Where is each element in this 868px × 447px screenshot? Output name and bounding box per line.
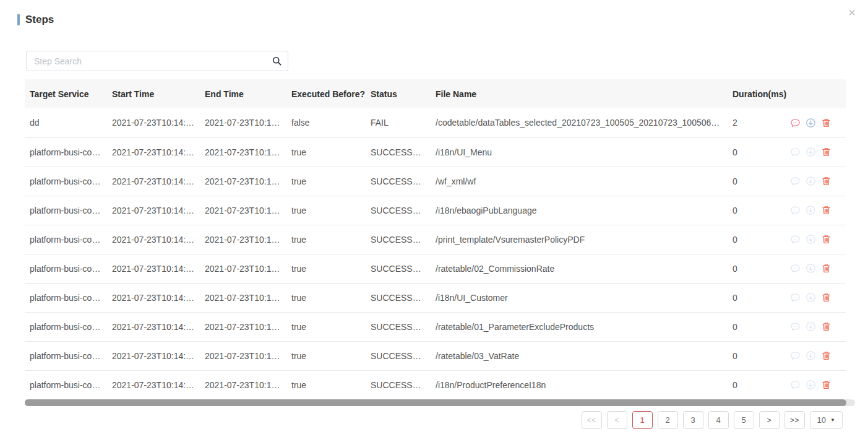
title-accent-bar [17,14,20,25]
cell-actions [786,254,846,283]
first-page-button[interactable]: << [582,411,602,429]
comment-icon[interactable] [790,263,801,274]
page-button[interactable]: 1 [632,411,653,429]
page-button[interactable]: 4 [708,411,729,429]
cell-file-name: /codetable/dataTables_selected_20210723_… [431,108,728,137]
page-size-select[interactable]: 10 ▼ [810,411,843,429]
comment-icon[interactable] [790,292,801,303]
cell-status: SUCCESSFUL [366,341,431,370]
cell-executed-before: true [286,370,366,399]
download-icon[interactable] [806,350,816,361]
page-button[interactable]: 5 [734,411,754,429]
comment-icon[interactable] [790,118,801,128]
delete-icon[interactable] [821,234,831,245]
cell-target-service: platform-busi-config [25,370,107,399]
cell-duration: 0 [728,312,786,341]
search-input[interactable] [27,56,265,66]
delete-icon[interactable] [821,118,831,128]
download-icon[interactable] [806,234,816,245]
cell-file-name: /ratetable/01_ParameterExcludeProducts [431,312,728,341]
cell-duration: 0 [728,196,786,225]
horizontal-scrollbar-track[interactable] [25,399,855,406]
cell-file-name: /i18n/ebaogiPubLanguage [431,196,728,225]
table-row: platform-busi-config 2021-07-23T10:14:09… [25,225,846,254]
horizontal-scrollbar-thumb[interactable] [25,399,846,406]
title-row: Steps [17,14,54,26]
search-icon[interactable] [265,51,288,71]
comment-icon[interactable] [790,234,801,245]
next-page-button[interactable]: > [759,411,780,429]
cell-actions [786,283,846,312]
table-row: platform-busi-config 2021-07-23T10:14:09… [25,196,846,225]
cell-file-name: /i18n/UI_Menu [431,137,728,167]
cell-executed-before: true [286,312,366,341]
cell-target-service: platform-busi-config [25,196,107,225]
download-icon[interactable] [806,118,816,128]
comment-icon[interactable] [790,321,801,332]
delete-icon[interactable] [821,380,831,390]
cell-status: SUCCESSFUL [366,283,431,312]
cell-executed-before: true [286,137,366,167]
cell-end-time: 2021-07-23T10:14:09 [200,370,286,399]
pagination: << < 12345 > >> 10 ▼ [577,411,843,429]
cell-target-service: platform-busi-config [25,341,107,370]
comment-icon[interactable] [790,176,801,186]
table-row: dd 2021-07-23T10:14:09 2021-07-23T10:14:… [25,108,846,137]
download-icon[interactable] [806,176,816,186]
cell-status: SUCCESSFUL [366,254,431,283]
cell-duration: 0 [728,341,786,370]
column-header: Duration(ms) [728,79,786,108]
steps-table: Target ServiceStart TimeEnd TimeExecuted… [25,79,846,400]
page-button[interactable]: 2 [658,411,678,429]
cell-duration: 0 [728,225,786,254]
table-row: platform-busi-config 2021-07-23T10:14:09… [25,312,846,341]
cell-status: SUCCESSFUL [366,167,431,196]
dropdown-arrow-icon: ▼ [830,418,835,423]
table-row: platform-busi-config 2021-07-23T10:14:09… [25,283,846,312]
cell-end-time: 2021-07-23T10:14:09 [200,137,286,167]
delete-icon[interactable] [821,263,831,274]
cell-status: SUCCESSFUL [366,137,431,167]
delete-icon[interactable] [821,350,831,361]
column-header: File Name [431,79,728,108]
delete-icon[interactable] [821,147,831,157]
cell-start-time: 2021-07-23T10:14:09 [107,254,200,283]
table-row: platform-busi-config 2021-07-23T10:14:09… [25,370,846,399]
cell-actions [786,341,846,370]
comment-icon[interactable] [790,380,801,390]
cell-duration: 0 [728,254,786,283]
close-icon[interactable]: × [848,6,856,19]
cell-target-service: platform-busi-config [25,254,107,283]
cell-duration: 0 [728,167,786,196]
page-button[interactable]: 3 [683,411,703,429]
page-size-value: 10 [817,412,826,428]
cell-executed-before: false [286,108,366,137]
cell-target-service: platform-busi-config [25,137,107,167]
cell-file-name: /ratetable/03_VatRate [431,341,728,370]
comment-icon[interactable] [790,147,801,157]
cell-start-time: 2021-07-23T10:14:09 [107,225,200,254]
column-header: Executed Before? [286,79,366,108]
download-icon[interactable] [806,321,816,332]
delete-icon[interactable] [821,321,831,332]
table-body: dd 2021-07-23T10:14:09 2021-07-23T10:14:… [25,108,846,399]
download-icon[interactable] [806,380,816,390]
cell-target-service: platform-busi-config [25,167,107,196]
download-icon[interactable] [806,263,816,274]
cell-target-service: platform-busi-config [25,283,107,312]
comment-icon[interactable] [790,205,801,215]
prev-page-button[interactable]: < [607,411,627,429]
delete-icon[interactable] [821,176,831,186]
download-icon[interactable] [806,147,816,157]
delete-icon[interactable] [821,205,831,215]
download-icon[interactable] [806,292,816,303]
comment-icon[interactable] [790,350,801,361]
column-header: End Time [200,79,286,108]
download-icon[interactable] [806,205,816,215]
cell-actions [786,137,846,167]
delete-icon[interactable] [821,292,831,303]
cell-actions [786,370,846,399]
cell-actions [786,225,846,254]
last-page-button[interactable]: >> [784,411,805,429]
column-header: Status [366,79,431,108]
